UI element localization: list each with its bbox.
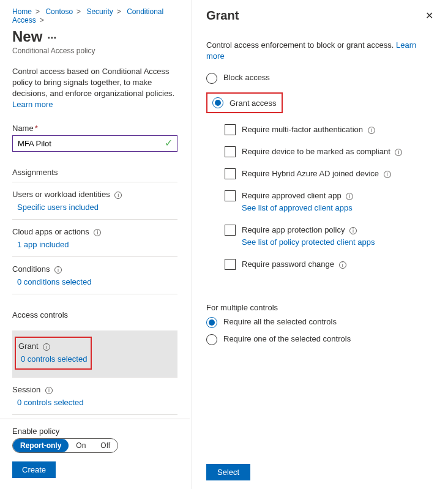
info-icon[interactable]: i [94,229,101,236]
approved-apps-link[interactable]: See list of approved client apps [242,203,353,214]
app-protection-link[interactable]: See list of policy protected client apps [242,237,375,248]
check-icon: ✓ [165,137,173,149]
panel-description: Control access enforcement to block or g… [206,40,433,62]
info-icon[interactable]: i [114,192,122,199]
create-button[interactable]: Create [12,461,56,478]
info-icon[interactable]: i [339,261,346,269]
users-label: Users or workload identities i [12,190,177,199]
session-link[interactable]: 0 controls selected [12,398,177,407]
name-input[interactable] [12,135,177,152]
info-icon[interactable]: i [349,227,357,234]
enable-policy-toggle[interactable]: Report-only On Off [12,438,118,453]
name-label: Name* [12,124,177,133]
page-subtitle: Conditional Access policy [12,47,177,55]
toggle-on[interactable]: On [69,439,93,452]
assignments-header: Assignments [12,168,177,182]
radio-require-all[interactable]: Require all the selected controls [206,317,433,328]
radio-grant-access[interactable]: Grant access [206,92,283,113]
conditions-link[interactable]: 0 conditions selected [12,277,177,286]
more-icon[interactable]: ··· [47,32,56,44]
radio-require-one[interactable]: Require one of the selected controls [206,334,433,345]
policy-description: Control access based on Conditional Acce… [12,66,177,110]
breadcrumb: Home> Contoso> Security> Conditional Acc… [12,7,177,24]
grant-link[interactable]: 0 controls selected [18,354,87,364]
breadcrumb-security[interactable]: Security [86,7,113,16]
info-icon[interactable]: i [45,387,53,394]
check-mfa[interactable]: Require multi-factor authentication i [225,124,433,135]
info-icon[interactable]: i [346,193,353,200]
learn-more-link[interactable]: Learn more [12,99,177,110]
close-icon[interactable]: ✕ [425,10,433,21]
toggle-off[interactable]: Off [93,439,118,452]
grant-item-selected[interactable]: Grant i 0 controls selected [12,330,177,378]
check-hybrid-join[interactable]: Require Hybrid Azure AD joined device i [225,168,433,179]
grant-panel: Grant ✕ Control access enforcement to bl… [191,0,448,489]
breadcrumb-home[interactable]: Home [12,7,32,16]
conditions-label: Conditions i [12,264,177,274]
info-icon[interactable]: i [43,343,50,351]
info-icon[interactable]: i [368,127,375,134]
info-icon[interactable]: i [384,171,391,178]
apps-label: Cloud apps or actions i [12,227,177,236]
enable-policy-label: Enable policy [12,427,177,436]
select-button[interactable]: Select [206,464,250,480]
check-password-change[interactable]: Require password change i [225,259,433,270]
check-compliant-device[interactable]: Require device to be marked as compliant… [225,146,433,157]
multiple-controls-header: For multiple controls [206,303,433,312]
session-label: Session i [12,385,177,394]
users-link[interactable]: Specific users included [12,203,177,212]
toggle-report-only[interactable]: Report-only [13,439,69,452]
apps-link[interactable]: 1 app included [12,240,177,249]
info-icon[interactable]: i [54,266,62,274]
check-approved-app[interactable]: Require approved client app i See list o… [225,190,433,214]
page-title: New··· [12,28,177,45]
breadcrumb-tenant[interactable]: Contoso [45,7,73,16]
check-app-protection[interactable]: Require app protection policy i See list… [225,225,433,248]
access-controls-header: Access controls [12,310,177,324]
radio-block-access[interactable]: Block access [206,73,433,84]
grant-label: Grant i [18,342,87,351]
panel-title: Grant [206,9,239,23]
info-icon[interactable]: i [395,149,402,156]
